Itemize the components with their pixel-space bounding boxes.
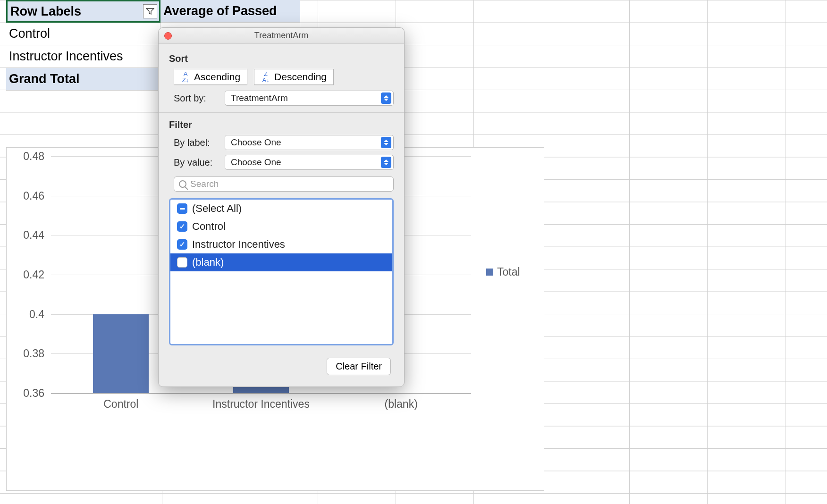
filter-item-label: Instructor Incentives [192,238,285,251]
filter-popover: TreatmentArm Sort AZ↓ Ascending ZA↓ Desc… [158,27,405,387]
avg-header: Average of Passed [160,0,300,23]
filter-list[interactable]: (Select All)ControlInstructor Incentives… [169,198,394,345]
chevron-updown-icon [381,92,391,104]
chevron-updown-icon [381,157,391,168]
x-tick-label: Control [103,398,138,411]
y-tick-label: 0.46 [23,189,44,202]
x-tick-label: Instructor Incentives [212,398,310,411]
sort-by-label: Sort by: [174,93,219,104]
y-tick-label: 0.44 [23,229,44,242]
search-placeholder: Search [190,179,219,189]
filter-dropdown-button[interactable] [143,4,157,18]
sort-section-label: Sort [169,53,394,64]
sort-by-select[interactable]: TreatmentArm [225,91,394,106]
close-icon[interactable] [164,32,172,40]
legend-swatch [486,269,493,276]
checkbox[interactable] [177,239,187,250]
filter-item-label: (Select All) [192,202,242,215]
filter-item[interactable]: (Select All) [170,200,392,218]
row-labels-header[interactable]: Row Labels [6,0,160,23]
y-tick-label: 0.38 [23,347,44,360]
y-axis: 0.360.380.40.420.440.460.48 [15,156,47,393]
table-row[interactable]: Instructor Incentives [6,45,160,68]
y-tick-label: 0.48 [23,150,44,163]
grid-line [51,393,471,394]
filter-item[interactable]: Instructor Incentives [170,235,392,253]
filter-section-label: Filter [169,119,394,130]
by-value-select[interactable]: Choose One [225,155,394,170]
y-tick-label: 0.42 [23,269,44,281]
legend-label: Total [497,266,520,278]
search-input[interactable]: Search [174,176,394,192]
funnel-icon [146,8,154,15]
ascending-icon: AZ↓ [181,72,190,82]
clear-filter-button[interactable]: Clear Filter [327,358,391,375]
filter-item[interactable]: (blank) [170,253,392,271]
legend: Total [486,266,520,278]
by-label-select[interactable]: Choose One [225,135,394,150]
y-tick-label: 0.4 [29,308,44,320]
x-axis: ControlInstructor Incentives(blank) [51,398,471,417]
descending-icon: ZA↓ [261,72,270,82]
grand-total-row[interactable]: Grand Total [6,68,160,91]
search-icon [179,180,186,188]
y-tick-label: 0.36 [23,387,44,400]
chevron-updown-icon [381,137,391,148]
sort-ascending-button[interactable]: AZ↓ Ascending [174,69,247,85]
row-labels-text: Row Labels [10,4,81,19]
divider [159,112,404,113]
filter-item-label: Control [192,220,226,233]
table-row[interactable]: Control [6,23,160,45]
popover-title: TreatmentArm [254,31,308,41]
checkbox[interactable] [177,257,187,268]
by-value-label: By value: [174,157,219,168]
checkbox[interactable] [177,221,187,232]
titlebar[interactable]: TreatmentArm [159,28,404,44]
sort-descending-button[interactable]: ZA↓ Descending [254,69,334,85]
checkbox[interactable] [177,203,187,214]
by-label-label: By label: [174,137,219,148]
x-tick-label: (blank) [385,398,418,411]
filter-item[interactable]: Control [170,218,392,235]
bar[interactable] [93,314,149,393]
filter-item-label: (blank) [192,256,224,269]
